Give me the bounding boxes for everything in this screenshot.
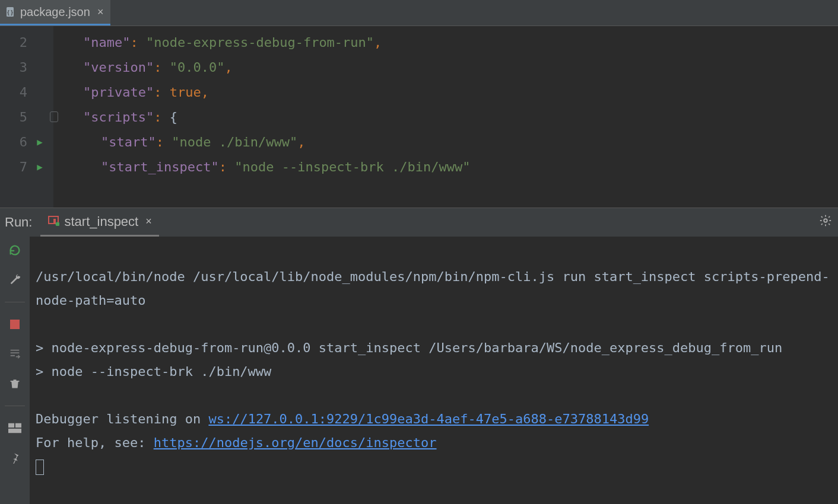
run-tab-start-inspect[interactable]: start_inspect ×	[40, 208, 158, 237]
json-key: "start"	[101, 135, 156, 149]
line-number: 6	[20, 135, 27, 149]
console-line: /usr/local/bin/node /usr/local/lib/node_…	[36, 269, 830, 308]
json-key: "private"	[83, 85, 154, 100]
trash-icon[interactable]	[7, 376, 23, 391]
svg-text:{ }: { }	[7, 9, 13, 15]
run-gutter-icon[interactable]: ▶	[37, 161, 43, 173]
line-number: 3	[20, 60, 27, 75]
svg-point-4	[56, 222, 60, 226]
close-icon[interactable]: ×	[97, 6, 104, 18]
console-line: > node-express-debug-from-run@0.0.0 star…	[36, 340, 782, 355]
fold-handle-icon[interactable]	[50, 111, 58, 122]
run-header: Run: start_inspect ×	[0, 208, 838, 237]
json-value: "0.0.0"	[170, 60, 225, 75]
svg-rect-6	[10, 320, 20, 329]
scroll-to-end-button[interactable]	[7, 346, 23, 362]
rerun-button[interactable]	[7, 243, 23, 258]
editor-gutter: 2 3 4 5 6▶ 7▶	[0, 26, 53, 208]
svg-point-5	[824, 219, 827, 222]
console-cursor	[36, 460, 44, 475]
console-line: For help, see:	[36, 435, 154, 450]
editor-tab-bar: { } package.json ×	[0, 0, 838, 26]
json-key: "scripts"	[83, 110, 154, 125]
json-value: "node ./bin/www"	[172, 135, 297, 149]
stop-button[interactable]	[7, 317, 23, 332]
json-value: true	[170, 85, 201, 100]
console-line: > node --inspect-brk ./bin/www	[36, 364, 271, 379]
code-editor[interactable]: 2 3 4 5 6▶ 7▶ "name": "node-express-debu…	[0, 26, 838, 208]
line-number: 4	[20, 85, 27, 100]
line-number: 7	[20, 160, 27, 174]
layout-icon[interactable]	[7, 420, 23, 436]
help-url-link[interactable]: https://nodejs.org/en/docs/inspector	[154, 435, 437, 450]
json-key: "name"	[83, 35, 130, 50]
gear-icon[interactable]	[819, 214, 832, 231]
json-value: "node-express-debug-from-run"	[146, 35, 374, 50]
svg-rect-8	[15, 423, 21, 428]
run-console[interactable]: /usr/local/bin/node /usr/local/lib/node_…	[30, 237, 838, 504]
json-file-icon: { }	[5, 6, 17, 18]
svg-rect-7	[8, 423, 14, 428]
svg-rect-9	[8, 429, 21, 433]
close-icon[interactable]: ×	[145, 215, 152, 228]
pin-icon[interactable]	[7, 450, 23, 465]
tab-package-json[interactable]: { } package.json ×	[0, 0, 110, 25]
debugger-url-link[interactable]: ws://127.0.0.1:9229/1c99ea3d-4aef-47e5-a…	[208, 412, 649, 426]
npm-icon	[47, 214, 59, 229]
line-number: 5	[20, 110, 27, 125]
json-key: "start_inspect"	[101, 160, 219, 174]
run-tool-window: Run: start_inspect ×	[0, 208, 838, 504]
svg-rect-3	[53, 219, 56, 224]
code-area[interactable]: "name": "node-express-debug-from-run", "…	[53, 26, 838, 208]
wrench-icon[interactable]	[7, 272, 23, 288]
run-tab-name: start_inspect	[64, 214, 138, 229]
run-gutter-icon[interactable]: ▶	[37, 136, 43, 148]
json-key: "version"	[83, 60, 154, 75]
tab-filename: package.json	[20, 5, 90, 19]
run-toolbar	[0, 237, 30, 504]
run-label: Run:	[0, 215, 40, 230]
json-value: "node --inspect-brk ./bin/www"	[234, 160, 470, 174]
console-line: Debugger listening on	[36, 412, 208, 426]
line-number: 2	[20, 35, 27, 50]
